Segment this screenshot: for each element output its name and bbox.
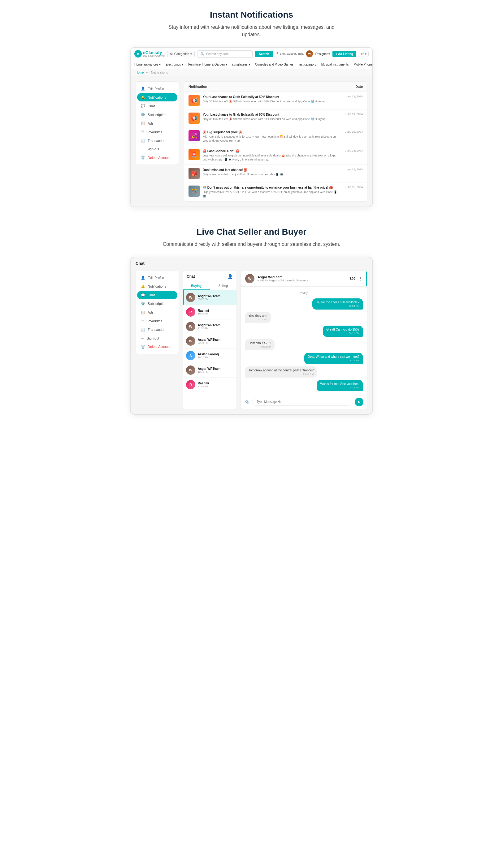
chat-list-item[interactable]: W Asgar WRTeam 03:36 PM — [183, 334, 237, 349]
heart-icon: ♡ — [141, 130, 144, 134]
ad-listing-button[interactable]: + Ad Listing — [332, 51, 356, 57]
notifications-screenshot: e eClassify Buy & Sell Anything All Cate… — [130, 47, 373, 207]
message-input[interactable] — [252, 398, 352, 406]
nav-item-sunglasses[interactable]: sunglasses▾ — [232, 63, 250, 66]
chat-contact-name: Arslan Farooq — [198, 352, 233, 356]
chat-sidebar-chat[interactable]: 💬 Chat — [137, 291, 177, 299]
chat-list-item[interactable]: W Asgar WRTeam 12:10 PM — [183, 363, 237, 378]
chat-sidebar-subscription[interactable]: ⚙️ Subscription — [137, 300, 177, 308]
section1-header: Instant Notifications Stay informed with… — [124, 0, 379, 43]
navbar: e eClassify Buy & Sell Anything All Cate… — [131, 48, 372, 60]
chat-item-time: 12:09 PM — [198, 385, 233, 388]
chat-sidebar-edit-profile[interactable]: 👤 Edit Profile — [137, 274, 177, 282]
sidebar-item-delete-account[interactable]: 🗑️ Delete Account — [137, 153, 177, 162]
sidebar-item-subscription[interactable]: ⚙️ Subscription — [137, 110, 177, 119]
notification-date: June 15, 2024 — [343, 186, 363, 189]
notification-row[interactable]: 🎊 🎊 Don't miss out on this rare opportun… — [184, 183, 367, 201]
ads-icon: 📋 — [141, 121, 145, 125]
chat-tabs: Buying Selling — [183, 282, 237, 290]
nav-item-test[interactable]: test category — [299, 63, 316, 66]
nav-item-home-appliances[interactable]: Home appliances▾ — [134, 63, 161, 66]
breadcrumb-home[interactable]: Home — [135, 71, 144, 74]
sidebar-item-favourites[interactable]: ♡ Favourites — [137, 128, 177, 136]
sidebar-item-chat[interactable]: 💬 Chat — [137, 102, 177, 110]
chat-item-time: 11:56 AM — [198, 327, 233, 330]
bell-icon: 🔔 — [141, 285, 145, 289]
notification-title: 🎊 Don't miss out on this rare opportunit… — [203, 186, 340, 189]
nav-item-furniture[interactable]: Furniture, Home & Garden▾ — [188, 63, 227, 66]
notifications-main: Notification Date 📢 Your Last chance to … — [184, 81, 368, 202]
notification-date: June 18, 2024 — [343, 168, 363, 171]
nav-item-mobile[interactable]: Mobile Phones & Ta — [354, 63, 372, 66]
tab-buying[interactable]: Buying — [183, 282, 210, 290]
search-button[interactable]: Search — [255, 51, 273, 57]
more-options-icon[interactable]: ⋮ — [359, 276, 363, 281]
user-name[interactable]: Designer ▾ — [315, 52, 330, 56]
chat-item-time: 10:10 AM — [198, 356, 233, 359]
message-time: 04:11 PM — [249, 318, 268, 321]
chat-input-area: 📎 ➤ — [241, 395, 367, 409]
chat-item-time: 12:10 PM — [198, 371, 233, 373]
sidebar-item-notifications[interactable]: 🔔 Notifications — [137, 93, 177, 101]
notification-row[interactable]: 🎉 🎉 Big surprise for you! 🎉 Mid-Year Sal… — [184, 127, 367, 146]
logo[interactable]: e eClassify Buy & Sell Anything — [134, 50, 165, 58]
subscription-icon: ⚙️ — [141, 302, 145, 306]
nav-item-electronics[interactable]: Electronics▾ — [165, 63, 183, 66]
signout-icon: → — [141, 337, 144, 340]
send-button[interactable]: ➤ — [355, 398, 363, 406]
language-selector[interactable]: en ▾ — [359, 51, 369, 57]
attach-icon[interactable]: 📎 — [244, 400, 250, 404]
chat-sidebar-delete-account[interactable]: 🗑️ Delete Account — [137, 343, 177, 351]
chat-sidebar-notifications[interactable]: 🔔 Notifications — [137, 282, 177, 291]
chevron-down-icon: ▾ — [226, 63, 227, 66]
notification-image: 🎊 — [189, 186, 200, 197]
section1-title: Instant Notifications — [130, 10, 373, 20]
heart-icon: ♡ — [141, 319, 144, 323]
logo-icon: e — [134, 50, 142, 58]
notification-row[interactable]: 🚨 🚨 Last Chance Alert! 🚨 Just Few Hours … — [184, 146, 367, 165]
chat-list-item[interactable]: A Arslan Farooq 10:10 AM — [183, 349, 237, 363]
message-text: Deal. When and where can we meet? — [308, 355, 359, 358]
avatar: R — [186, 307, 195, 317]
chat-list-header: Chat 👤 — [183, 271, 237, 282]
category-select[interactable]: All Categories ▾ — [167, 51, 195, 57]
message-time: 04:13 PM — [320, 386, 359, 389]
notification-row[interactable]: 📢 Your Last chance to Grab Eclassify at … — [184, 110, 367, 127]
chat-panel-title: Chat — [187, 274, 195, 279]
message-text: Yes, they are. — [249, 314, 268, 318]
sidebar-item-transaction[interactable]: 📊 Transaction — [137, 136, 177, 145]
chat-list-item[interactable]: W Asgar WRTeam 03:53 PM — [183, 290, 237, 305]
chat-sidebar-transaction[interactable]: 📊 Transaction — [137, 326, 177, 334]
chevron-down-icon: ▾ — [190, 52, 192, 56]
sidebar-item-ads[interactable]: 📋 Ads — [137, 119, 177, 127]
nav-item-musical[interactable]: Musical Instruments — [321, 63, 349, 66]
search-placeholder: Search any item — [206, 52, 229, 56]
chat-sidebar-ads[interactable]: 📋 Ads — [137, 308, 177, 317]
tab-selling[interactable]: Selling — [210, 282, 237, 290]
notification-row[interactable]: 🎒 Don't miss out last chance! 🎒 Only a f… — [184, 165, 367, 183]
message-text: Works for me. See you then! — [320, 382, 359, 386]
chat-sidebar-favourites[interactable]: ♡ Favourites — [137, 317, 177, 325]
chat-list-item[interactable]: W Asgar WRTeam 11:56 AM — [183, 319, 237, 334]
notification-body: Only 30 Minutes left! 🎉 Still window is … — [203, 117, 340, 121]
notification-row[interactable]: 📢 Your Last chance to Grab Eclassify at … — [184, 92, 367, 110]
notification-image: 📢 — [189, 95, 200, 106]
sidebar-item-edit-profile[interactable]: 👤 Edit Profile — [137, 84, 177, 93]
notification-image: 🚨 — [189, 149, 200, 160]
chat-list-item[interactable]: R Rashmi 10:22 AM — [183, 305, 237, 319]
message-time: 03:54 PM — [316, 304, 359, 307]
notification-title: 🎉 Big surprise for you! 🎉 — [203, 130, 340, 134]
sidebar-item-signout[interactable]: → Sign out — [137, 145, 177, 153]
conv-price: $99 — [350, 277, 355, 280]
notification-body: Highly-waited MID YEAR SALE is LIVE with… — [203, 190, 340, 198]
chat-sidebar-signout[interactable]: → Sign out — [137, 334, 177, 342]
add-user-icon[interactable]: 👤 — [228, 274, 233, 279]
message-bubble-sent: Great! Can you do $50? 04:11 PM — [323, 326, 363, 337]
chat-list-item[interactable]: R Rashmi 12:09 PM — [183, 378, 237, 392]
nav-item-consoles[interactable]: Consoles and Video Games — [255, 63, 293, 66]
message-time: 04:13 PM — [249, 373, 314, 375]
chat-sidebar: 👤 Edit Profile 🔔 Notifications 💬 Chat ⚙️… — [135, 271, 179, 354]
conv-header: W Asgar WRTeam NIKE Air Pegasus '89 Lace… — [241, 271, 367, 287]
chat-item-time: 03:36 PM — [198, 341, 233, 344]
transaction-icon: 📊 — [141, 328, 145, 332]
